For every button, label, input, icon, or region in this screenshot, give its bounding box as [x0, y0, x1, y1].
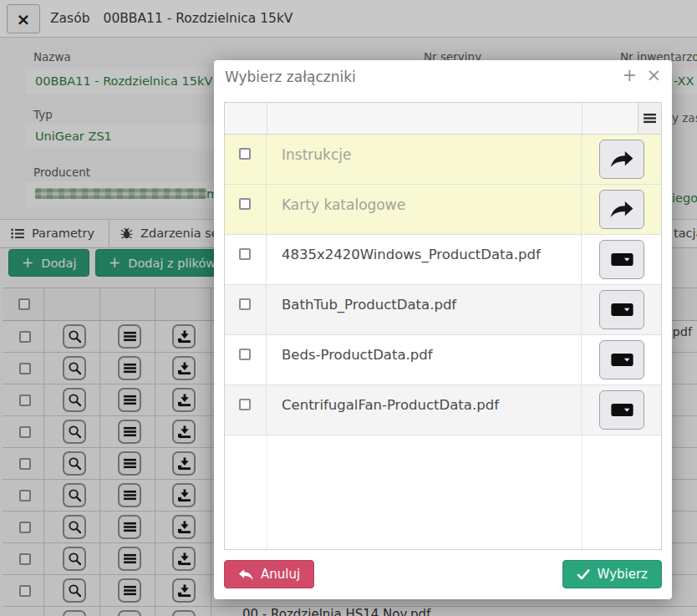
attachment-row: CentrifugalFan-ProductData.pdf	[225, 385, 661, 435]
card-dropdown-icon	[611, 303, 633, 316]
dialog-close-button[interactable]: ×	[646, 67, 661, 84]
checkbox-cell	[225, 385, 267, 435]
attachment-checkbox[interactable]	[239, 148, 251, 160]
row-action-button[interactable]	[599, 240, 644, 279]
checkbox-cell	[225, 185, 267, 234]
table-empty-area	[225, 435, 661, 549]
attachment-row: 4835x2420Windows_ProductData.pdf	[225, 235, 661, 285]
attachment-checkbox[interactable]	[239, 248, 251, 260]
check-icon	[577, 569, 590, 580]
attachment-checkbox[interactable]	[239, 399, 251, 410]
column-menu-button[interactable]	[638, 103, 661, 134]
attachment-row: Beds-ProductData.pdf	[225, 335, 661, 385]
close-icon: ×	[646, 65, 661, 85]
card-dropdown-icon	[611, 404, 633, 416]
attachment-row: Instrukcje	[225, 135, 661, 185]
row-action-button[interactable]	[599, 340, 644, 379]
attachment-name: Instrukcje	[282, 146, 351, 163]
cancel-button[interactable]: Anuluj	[224, 560, 314, 588]
card-dropdown-icon	[611, 253, 633, 266]
row-action-button[interactable]	[599, 390, 644, 430]
action-cell	[582, 285, 661, 334]
attachment-name: BathTub_ProductData.pdf	[282, 297, 456, 313]
checkbox-cell	[225, 235, 267, 284]
forward-arrow-icon	[609, 201, 634, 218]
select-button[interactable]: Wybierz	[562, 560, 662, 588]
card-dropdown-icon	[611, 354, 633, 366]
attachment-row: BathTub_ProductData.pdf	[225, 285, 661, 335]
attachments-dialog: Wybierz załączniki + × Instrukcje	[214, 60, 672, 599]
action-cell	[582, 235, 661, 284]
name-cell: Beds-ProductData.pdf	[267, 335, 582, 384]
row-action-button[interactable]	[599, 290, 644, 329]
hamburger-icon	[644, 113, 656, 124]
name-cell: 4835x2420Windows_ProductData.pdf	[267, 235, 582, 284]
attachment-name: Beds-ProductData.pdf	[282, 347, 433, 363]
attachments-table-header	[225, 103, 661, 135]
cancel-label: Anuluj	[261, 567, 300, 582]
app-screen: × Zasób00BBA11 - Rozdzielnica 15kV Nazwa…	[0, 0, 697, 616]
dialog-add-button[interactable]: +	[622, 67, 637, 84]
attachments-table: Instrukcje Karty katalogowe	[224, 102, 662, 550]
reply-arrow-icon	[238, 568, 253, 581]
row-action-button[interactable]	[599, 190, 644, 229]
attachment-name: CentrifugalFan-ProductData.pdf	[282, 397, 499, 413]
attachment-name: Karty katalogowe	[282, 196, 405, 213]
name-cell: Instrukcje	[267, 135, 582, 184]
attachment-name: 4835x2420Windows_ProductData.pdf	[282, 247, 541, 262]
action-cell	[582, 135, 661, 184]
action-cell	[582, 185, 661, 234]
name-cell: Karty katalogowe	[267, 185, 582, 234]
forward-arrow-icon	[609, 150, 634, 168]
select-label: Wybierz	[598, 567, 648, 582]
name-cell: CentrifugalFan-ProductData.pdf	[267, 385, 582, 435]
plus-icon: +	[622, 65, 637, 85]
row-action-button[interactable]	[599, 140, 644, 179]
checkbox-cell	[225, 285, 267, 334]
attachment-checkbox[interactable]	[239, 198, 251, 210]
attachment-row: Karty katalogowe	[225, 185, 661, 235]
attachment-checkbox[interactable]	[239, 298, 251, 310]
dialog-title: Wybierz załączniki	[225, 69, 356, 85]
action-cell	[582, 335, 661, 384]
attachment-checkbox[interactable]	[239, 349, 251, 360]
name-cell: BathTub_ProductData.pdf	[267, 285, 582, 334]
checkbox-cell	[225, 135, 267, 184]
action-cell	[582, 385, 661, 435]
checkbox-cell	[225, 335, 267, 384]
